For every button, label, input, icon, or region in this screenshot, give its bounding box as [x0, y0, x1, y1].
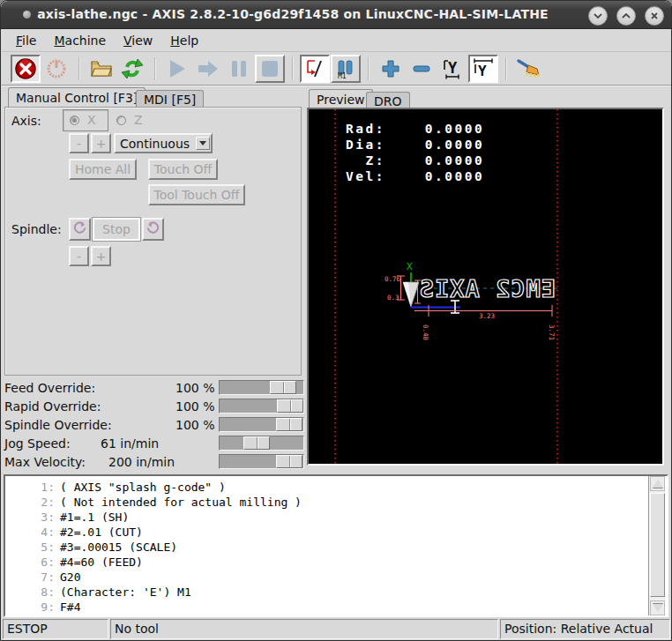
status-position: Position: Relative Actual — [500, 619, 670, 639]
power-icon — [46, 58, 67, 79]
spindle-override-row: Spindle Override: 100 % — [1, 416, 305, 435]
jog-mode-select[interactable]: Continuous — [114, 133, 213, 153]
zoom-in-button[interactable] — [376, 55, 406, 83]
spindle-cw-button[interactable] — [142, 218, 164, 241]
jog-plus-button[interactable]: + — [91, 133, 111, 153]
feed-override-value: 100 % — [175, 381, 214, 395]
zoom-out-button[interactable] — [407, 55, 437, 83]
tab-manual-control[interactable]: Manual Control [F3] — [8, 87, 146, 108]
view-y2-button[interactable]: Y — [468, 55, 498, 83]
max-velocity-value: 200 in/min — [108, 455, 175, 469]
estop-button[interactable] — [11, 55, 41, 83]
view-y2-icon: Y — [472, 57, 495, 80]
minimize-button[interactable] — [588, 6, 608, 26]
dim-label-bottom: 0.3 — [387, 294, 399, 302]
estop-icon — [14, 57, 37, 80]
home-all-button[interactable]: Home All — [69, 159, 137, 180]
svg-text:Y: Y — [478, 63, 487, 79]
jog-speed-value: 61 in/min — [101, 436, 159, 451]
axis-x-glyph: X — [407, 261, 413, 272]
rapid-override-row: Rapid Override: 100 % — [1, 398, 305, 416]
gcode-line[interactable]: 5:#3=.00015 (SCALE) — [5, 540, 667, 555]
close-button[interactable] — [645, 6, 664, 26]
rapid-override-slider[interactable] — [219, 399, 304, 414]
rapid-override-label: Rapid Override: — [4, 399, 101, 414]
status-estop: ESTOP — [3, 619, 108, 639]
plus-icon — [380, 58, 401, 79]
pause-icon — [229, 58, 249, 79]
axis-label: Axis: — [11, 114, 41, 128]
close-icon — [650, 11, 659, 20]
m1-icon: M1 — [335, 58, 356, 79]
run-program-button[interactable] — [162, 55, 192, 83]
clear-plot-button[interactable] — [513, 55, 543, 83]
run-from-line-button[interactable] — [193, 55, 223, 83]
optional-stop-toggle[interactable]: M1 — [331, 55, 361, 83]
menu-machine[interactable]: Machine — [51, 32, 108, 49]
status-tool: No tool — [110, 619, 498, 639]
gcode-line[interactable]: 4:#2=.01 (CUT) — [5, 525, 667, 540]
arrow-right-icon — [197, 58, 220, 79]
slider-handle[interactable] — [243, 436, 270, 450]
gcode-line[interactable]: 9:F#4 — [5, 600, 667, 615]
machine-power-button[interactable] — [41, 55, 71, 83]
max-velocity-slider[interactable] — [219, 454, 304, 469]
gcode-line[interactable]: 7:G20 — [5, 570, 667, 585]
menu-bar: File Machine View Help — [2, 30, 672, 52]
open-file-button[interactable] — [86, 55, 116, 83]
spindle-stop-button[interactable]: Stop — [93, 218, 140, 241]
scroll-up-arrow[interactable] — [650, 476, 665, 491]
max-velocity-row: Max Velocity: 200 in/min — [1, 453, 305, 472]
scrollbar-thumb[interactable] — [650, 493, 665, 597]
menu-file[interactable]: File — [13, 32, 39, 49]
gcode-line[interactable]: 3:#1=.1 (SH) — [5, 510, 667, 525]
gcode-listing[interactable]: 1:( AXIS "splash g-code" ) 2:( Not inten… — [4, 474, 668, 617]
jog-minus-button[interactable]: - — [69, 133, 89, 153]
skip-lines-toggle[interactable] — [300, 55, 330, 83]
slider-handle[interactable] — [276, 455, 302, 468]
feed-override-row: Feed Override: 100 % — [1, 379, 305, 398]
gcode-line[interactable]: 1:( AXIS "splash g-code" ) — [5, 480, 667, 495]
gcode-scrollbar[interactable] — [648, 476, 665, 615]
touch-off-button[interactable]: Touch Off — [148, 159, 218, 180]
scroll-down-arrow[interactable] — [650, 600, 665, 615]
gcode-line[interactable]: 2:( Not intended for actual milling ) — [5, 495, 667, 510]
spindle-plus-button[interactable]: + — [91, 246, 111, 266]
rapid-override-value: 100 % — [175, 399, 214, 414]
preview-canvas[interactable]: Rad: 0.0000 Dia: 0.0000 Z: 0.0000 Vel: 0… — [307, 108, 664, 466]
toolbar-separator — [368, 57, 370, 80]
jog-speed-row: Jog Speed: 61 in/min — [1, 435, 305, 453]
maximize-button[interactable] — [616, 6, 636, 26]
dim-label-right: 3.71 — [548, 324, 556, 340]
dim-label-origin: 0.48 — [422, 324, 429, 341]
radio-icon — [70, 116, 79, 125]
slider-handle[interactable] — [277, 399, 303, 413]
gcode-line[interactable]: 8:(Character: 'E') M1 — [5, 585, 667, 600]
play-icon — [168, 58, 187, 79]
axis-x-radio[interactable]: X — [63, 109, 108, 131]
view-y-button[interactable]: Y — [437, 55, 467, 83]
spindle-override-slider[interactable] — [219, 417, 304, 432]
dro-rad: Rad: 0.0000 — [346, 122, 484, 136]
stop-button[interactable] — [255, 55, 285, 83]
tool-touch-off-button[interactable]: Tool Touch Off — [148, 184, 245, 205]
menu-view[interactable]: View — [121, 32, 155, 49]
dim-label-top: 0.76 — [385, 275, 401, 283]
jog-speed-slider[interactable] — [219, 436, 304, 451]
reload-file-button[interactable] — [117, 55, 147, 83]
spindle-ccw-button[interactable] — [69, 218, 91, 241]
feed-override-slider[interactable] — [219, 380, 304, 395]
slider-handle[interactable] — [276, 418, 302, 431]
dro-dia: Dia: 0.0000 — [346, 138, 484, 152]
spindle-minus-button[interactable]: - — [69, 246, 89, 266]
rotate-cw-icon — [146, 221, 160, 235]
gcode-line[interactable]: 6:#4=60 (FEED) — [5, 555, 667, 570]
menu-help[interactable]: Help — [168, 32, 201, 49]
title-bar[interactable]: axis-lathe.ngc - AXIS 2.8.2-10-g6d29f145… — [1, 1, 672, 29]
slider-handle[interactable] — [270, 381, 296, 394]
pause-button[interactable] — [224, 55, 254, 83]
spindle-override-value: 100 % — [175, 418, 214, 432]
open-folder-icon — [90, 58, 113, 79]
view-y-icon: Y — [441, 57, 464, 80]
svg-text:Y: Y — [448, 59, 458, 77]
